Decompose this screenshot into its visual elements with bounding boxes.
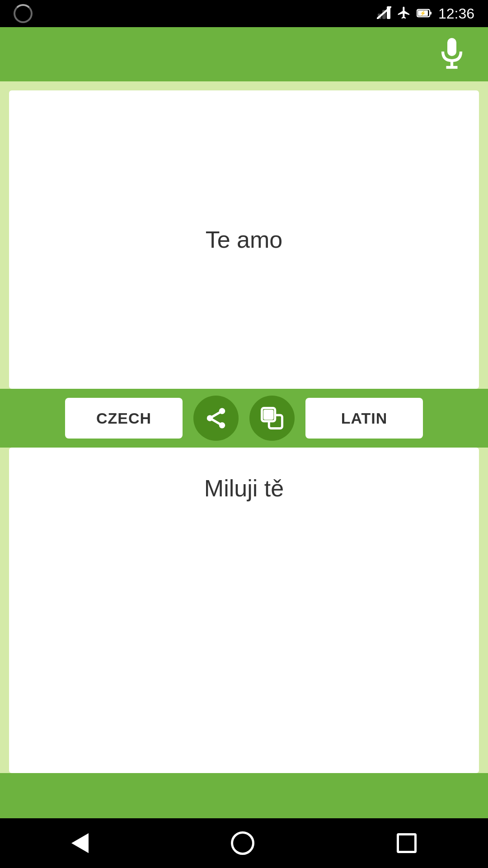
bottom-toolbar <box>0 773 488 818</box>
airplane-icon <box>397 5 411 22</box>
mic-icon <box>438 38 465 70</box>
back-button[interactable] <box>71 833 89 853</box>
output-section[interactable]: Miluji tě <box>9 448 479 773</box>
status-bar: ⚡ 12:36 <box>0 0 488 27</box>
main-content: Te amo CZECH LATIN <box>0 81 488 818</box>
spinner-icon <box>14 4 33 23</box>
home-button[interactable] <box>231 831 254 855</box>
signal-off-icon <box>377 6 391 21</box>
copy-icon <box>260 406 284 430</box>
language-bar: CZECH LATIN <box>0 389 488 448</box>
output-text: Miluji tě <box>204 475 284 502</box>
share-button[interactable] <box>193 396 239 441</box>
home-icon <box>231 831 254 855</box>
status-bar-left <box>14 4 33 23</box>
share-icon <box>204 406 228 430</box>
recent-icon <box>397 833 417 853</box>
input-text: Te amo <box>206 226 283 253</box>
svg-rect-8 <box>447 38 456 56</box>
copy-button[interactable] <box>249 396 295 441</box>
status-bar-right: ⚡ 12:36 <box>377 5 474 22</box>
status-time: 12:36 <box>438 5 474 22</box>
nav-bar <box>0 818 488 868</box>
back-icon <box>71 833 89 853</box>
app-toolbar <box>0 27 488 81</box>
mic-button[interactable] <box>434 33 470 75</box>
input-section[interactable]: Te amo <box>9 90 479 389</box>
svg-rect-20 <box>263 410 274 420</box>
svg-rect-5 <box>430 12 432 14</box>
source-language-button[interactable]: CZECH <box>65 398 183 439</box>
recent-button[interactable] <box>397 833 417 853</box>
battery-icon: ⚡ <box>417 8 433 19</box>
svg-text:⚡: ⚡ <box>420 10 426 16</box>
target-language-button[interactable]: LATIN <box>305 398 423 439</box>
